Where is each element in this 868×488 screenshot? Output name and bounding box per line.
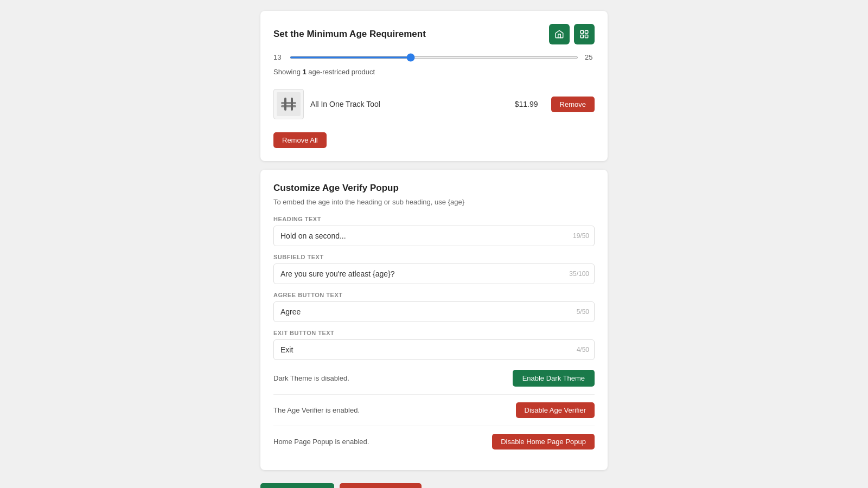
min-age-header: Set the Minimum Age Requirement	[273, 24, 595, 44]
product-image	[277, 92, 301, 116]
svg-rect-5	[281, 102, 296, 104]
svg-rect-7	[284, 98, 286, 111]
remove-all-button[interactable]: Remove All	[273, 132, 327, 148]
product-name: All In One Track Tool	[310, 100, 508, 108]
agree-wrapper: 5/50	[273, 301, 595, 322]
agree-count: 5/50	[577, 308, 589, 316]
svg-rect-6	[281, 105, 296, 107]
homepage-popup-row: Home Page Popup is enabled. Disable Home…	[273, 426, 595, 457]
subfield-input[interactable]	[273, 264, 595, 284]
min-age-card: Set the Minimum Age Requirement 13 25	[260, 11, 608, 161]
svg-rect-1	[585, 30, 588, 33]
slider-max-label: 25	[585, 53, 595, 61]
exit-label: EXIT BUTTON TEXT	[273, 330, 595, 336]
svg-rect-8	[291, 98, 293, 111]
svg-rect-2	[580, 35, 583, 38]
exit-count: 4/50	[577, 346, 589, 354]
heading-wrapper: 19/50	[273, 226, 595, 246]
heading-count: 19/50	[573, 232, 589, 240]
subfield-wrapper: 35/100	[273, 264, 595, 284]
remove-product-button[interactable]: Remove	[551, 97, 595, 112]
agree-label: AGREE BUTTON TEXT	[273, 292, 595, 298]
dark-theme-row: Dark Theme is disabled. Enable Dark Them…	[273, 362, 595, 395]
grid-icon-btn[interactable]	[574, 24, 595, 44]
product-price: $11.99	[515, 100, 538, 108]
svg-rect-0	[580, 30, 583, 33]
customize-header: Customize Age Verify Popup To embed the …	[273, 183, 595, 206]
subfield-label: SUBFIELD TEXT	[273, 254, 595, 260]
age-verifier-row: The Age Verifier is enabled. Disable Age…	[273, 395, 595, 426]
customize-title: Customize Age Verify Popup	[273, 183, 595, 194]
homepage-popup-status: Home Page Popup is enabled.	[273, 438, 369, 446]
save-changes-button[interactable]: Save Changes	[260, 483, 334, 488]
age-slider[interactable]	[290, 56, 578, 59]
enable-dark-theme-button[interactable]: Enable Dark Theme	[513, 370, 595, 387]
exit-wrapper: 4/50	[273, 339, 595, 360]
dark-theme-status: Dark Theme is disabled.	[273, 374, 349, 382]
disable-homepage-popup-button[interactable]: Disable Home Page Popup	[492, 434, 595, 450]
product-thumbnail	[273, 89, 304, 119]
product-row: All In One Track Tool $11.99 Remove	[273, 85, 595, 124]
heading-input[interactable]	[273, 226, 595, 246]
subfield-count: 35/100	[569, 270, 589, 278]
heading-label: HEADING TEXT	[273, 216, 595, 222]
disable-age-verifier-button[interactable]: Disable Age Verifier	[516, 402, 595, 418]
customize-desc: To embed the age into the heading or sub…	[273, 198, 595, 206]
home-icon-btn[interactable]	[549, 24, 570, 44]
svg-rect-3	[585, 35, 588, 38]
slider-row: 13 25	[273, 53, 595, 61]
footer-actions: Save Changes Discard Changes	[260, 483, 608, 488]
header-icons	[549, 24, 595, 44]
agree-input[interactable]	[273, 301, 595, 322]
slider-min-label: 13	[273, 53, 283, 61]
home-icon	[554, 29, 564, 39]
min-age-title: Set the Minimum Age Requirement	[273, 29, 426, 40]
grid-icon	[579, 29, 589, 39]
remove-all-row: Remove All	[273, 132, 595, 148]
exit-input[interactable]	[273, 339, 595, 360]
customize-card: Customize Age Verify Popup To embed the …	[260, 170, 608, 470]
discard-changes-button[interactable]: Discard Changes	[340, 483, 422, 488]
showing-text: Showing 1 age-restriced product	[273, 68, 595, 76]
age-verifier-status: The Age Verifier is enabled.	[273, 406, 360, 414]
showing-count: 1	[302, 68, 306, 76]
